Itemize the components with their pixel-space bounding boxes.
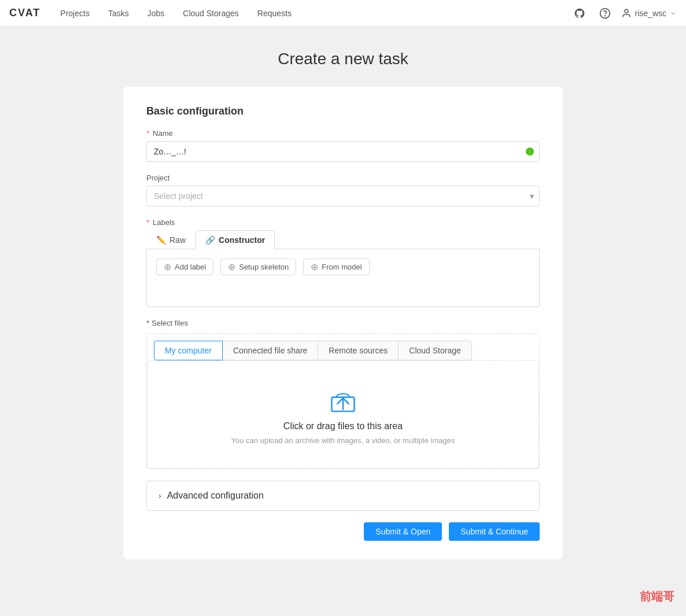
advanced-config-label: Advanced configuration [167, 490, 264, 501]
svg-point-1 [604, 15, 605, 16]
file-section-wrapper: My computer Connected file share Remote … [146, 333, 540, 469]
drop-subtitle: You can upload an archive with images, a… [159, 436, 527, 445]
project-select[interactable]: Select project [146, 186, 540, 206]
labels-label: * Labels [146, 218, 540, 227]
drop-zone[interactable]: Click or drag files to this area You can… [147, 360, 539, 469]
nav-cloud-storages[interactable]: Cloud Storages [175, 6, 247, 20]
project-label: Project [146, 174, 540, 182]
file-tabs: My computer Connected file share Remote … [154, 341, 532, 360]
labels-required-marker: * [146, 218, 149, 227]
page-title: Create a new task [278, 50, 408, 68]
setup-skeleton-icon: ⊕ [228, 261, 235, 272]
file-tabs-wrapper: My computer Connected file share Remote … [147, 334, 539, 360]
github-icon[interactable] [570, 4, 589, 23]
name-status-dot [526, 147, 534, 156]
add-label-icon: ⊕ [164, 261, 171, 272]
project-field: Project Select project ▾ [146, 174, 540, 206]
select-files-required-marker: * [146, 319, 149, 327]
action-row: Submit & Open Submit & Continue [146, 522, 540, 541]
file-tab-cloud-storage[interactable]: Cloud Storage [398, 341, 472, 360]
constructor-tab-icon: 🔗 [205, 235, 215, 245]
select-files-label: * Select files [146, 319, 540, 327]
name-required-marker: * [146, 129, 149, 138]
help-icon[interactable] [596, 4, 614, 23]
submit-open-button[interactable]: Submit & Open [364, 522, 442, 541]
setup-skeleton-button[interactable]: ⊕ Setup skeleton [220, 259, 296, 275]
nav-projects[interactable]: Projects [52, 6, 98, 20]
nav-requests[interactable]: Requests [249, 6, 300, 20]
drop-title: Click or drag files to this area [159, 421, 527, 431]
upload-icon [328, 384, 358, 414]
tab-raw[interactable]: ✏️ Raw [146, 230, 196, 249]
tab-constructor[interactable]: 🔗 Constructor [196, 230, 275, 249]
from-model-button[interactable]: ⊕ From model [303, 259, 369, 275]
name-field: * Name [146, 129, 540, 162]
nav-right: rise_wsc [570, 4, 677, 23]
constructor-tab-label: Constructor [219, 235, 265, 245]
watermark: 前端哥 [640, 589, 674, 604]
chevron-right-icon: › [158, 491, 161, 500]
file-tab-remote-sources[interactable]: Remote sources [318, 341, 399, 360]
labels-content: ⊕ Add label ⊕ Setup skeleton ⊕ From mode… [146, 249, 540, 307]
labels-field: * Labels ✏️ Raw 🔗 Constructor ⊕ Add labe… [146, 218, 540, 307]
advanced-config[interactable]: › Advanced configuration [146, 481, 540, 511]
file-tab-my-computer[interactable]: My computer [154, 341, 223, 360]
name-input-wrapper [146, 141, 540, 162]
file-tab-connected-file-share[interactable]: Connected file share [222, 341, 318, 360]
nav-jobs[interactable]: Jobs [139, 6, 173, 20]
navbar: CVAT Projects Tasks Jobs Cloud Storages … [0, 0, 686, 27]
section-title: Basic configuration [146, 105, 540, 117]
raw-tab-label: Raw [169, 235, 186, 245]
select-files-field: * Select files My computer Connected fil… [146, 319, 540, 469]
page: Create a new task Basic configuration * … [0, 27, 686, 582]
form-card: Basic configuration * Name Project Selec… [123, 87, 563, 559]
labels-tabs: ✏️ Raw 🔗 Constructor [146, 230, 540, 249]
raw-tab-icon: ✏️ [156, 235, 166, 245]
nav-tasks[interactable]: Tasks [100, 6, 137, 20]
name-input[interactable] [146, 141, 540, 162]
from-model-icon: ⊕ [311, 261, 318, 272]
username: rise_wsc [635, 9, 666, 18]
add-label-button[interactable]: ⊕ Add label [156, 259, 213, 275]
svg-point-2 [625, 9, 628, 13]
submit-continue-button[interactable]: Submit & Continue [449, 522, 540, 541]
logo[interactable]: CVAT [9, 7, 40, 19]
name-label: * Name [146, 129, 540, 138]
user-menu[interactable]: rise_wsc [621, 8, 677, 19]
nav-links: Projects Tasks Jobs Cloud Storages Reque… [52, 6, 570, 20]
